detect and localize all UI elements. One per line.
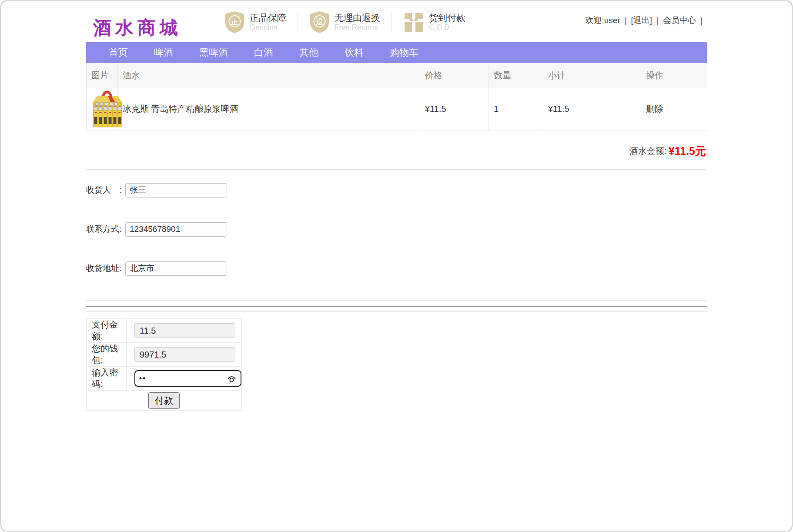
pay-button[interactable]: 付款 — [148, 392, 180, 409]
col-qty: 数量 — [489, 64, 543, 87]
total-label: 酒水金额: — [629, 146, 667, 156]
action-cell: 删除 — [641, 87, 707, 131]
recipient-input[interactable] — [125, 183, 227, 197]
col-subtotal: 小计 — [543, 64, 641, 87]
recipient-label: 收货人 : — [86, 184, 125, 196]
col-price: 价格 — [420, 64, 489, 87]
wallet-row: 您的钱包: — [87, 343, 242, 367]
service-badges: 正 正品保障 Genuine 退 无理由退换 — [224, 10, 465, 35]
shield-genuine-icon: 正 — [224, 11, 245, 33]
delete-link[interactable]: 删除 — [646, 104, 663, 114]
nav-item-cart[interactable]: 购物车 — [390, 42, 418, 63]
pay-button-row: 付款 — [87, 391, 242, 411]
order-summary: 酒水金额: ¥11.5元 — [86, 131, 707, 170]
product-price: ¥11.5 — [420, 87, 489, 131]
recipient-row: 收货人 : — [86, 183, 707, 197]
col-image: 图片 — [87, 64, 118, 87]
badge-genuine-title: 正品保障 — [250, 13, 286, 23]
password-label: 输入密码: — [87, 367, 127, 391]
nav-item-drinks[interactable]: 饮料 — [345, 42, 364, 63]
user-bar: 欢迎:user|[退出]|会员中心| — [585, 15, 707, 26]
phone-row: 联系方式: — [86, 222, 707, 237]
wallet-label: 您的钱包: — [87, 343, 127, 367]
welcome-text: 欢迎:user — [585, 16, 620, 25]
nav-item-dark-beer[interactable]: 黑啤酒 — [199, 42, 228, 63]
badge-divider — [298, 12, 298, 33]
cart-row: 冰克斯 青岛特产精酿原浆啤酒 ¥11.5 1 ¥11.5 删除 — [87, 87, 707, 131]
col-action: 操作 — [641, 64, 707, 87]
site-header: 酒水商城 正 正品保障 Genuine — [86, 0, 707, 42]
shipping-form: 收货人 : 联系方式: 收货地址: — [86, 170, 707, 276]
section-divider — [86, 300, 707, 312]
badge-free-returns: 退 无理由退换 Free Returns — [309, 11, 380, 33]
payment-panel: 支付金额: 您的钱包: 输入密码: 付款 — [86, 318, 242, 411]
product-image-cell — [87, 87, 118, 131]
badge-free-returns-subtitle: Free Returns — [335, 23, 380, 32]
badge-cod: 货到付款 C.O.D — [403, 11, 465, 33]
password-row: 输入密码: — [87, 367, 242, 391]
nav-item-home[interactable]: 首页 — [109, 42, 128, 63]
cart-header-row: 图片 酒水 价格 数量 小计 操作 — [87, 64, 707, 87]
nav-item-white-liquor[interactable]: 白酒 — [254, 42, 273, 63]
svg-text:退: 退 — [316, 18, 323, 26]
divider-line — [86, 306, 707, 307]
shield-returns-icon: 退 — [309, 11, 330, 33]
pay-amount-row: 支付金额: — [87, 319, 242, 343]
badge-cod-title: 货到付款 — [429, 13, 465, 23]
address-label: 收货地址: — [86, 263, 125, 274]
product-subtotal: ¥11.5 — [543, 87, 641, 131]
pay-amount-label: 支付金额: — [87, 319, 127, 343]
badge-free-returns-title: 无理由退换 — [335, 13, 380, 23]
total-amount: ¥11.5元 — [669, 145, 706, 157]
password-field — [134, 370, 241, 387]
phone-input[interactable] — [125, 222, 227, 237]
badge-genuine-subtitle: Genuine — [250, 23, 286, 32]
product-name: 冰克斯 青岛特产精酿原浆啤酒 — [118, 87, 420, 131]
nav-item-beer[interactable]: 啤酒 — [154, 42, 173, 63]
phone-label: 联系方式: — [86, 224, 125, 235]
separator: | — [625, 16, 627, 25]
svg-text:正: 正 — [231, 18, 238, 26]
badge-divider — [391, 12, 392, 33]
member-center-link[interactable]: 会员中心 — [663, 16, 696, 25]
logout-link[interactable]: [退出] — [631, 16, 652, 25]
badge-genuine: 正 正品保障 Genuine — [224, 11, 286, 33]
address-row: 收货地址: — [86, 261, 707, 276]
address-input[interactable] — [125, 261, 227, 276]
badge-cod-subtitle: C.O.D — [429, 23, 465, 32]
giftbox-icon — [403, 11, 424, 33]
nav-bar: 首页 啤酒 黑啤酒 白酒 其他 饮料 购物车 — [86, 42, 707, 63]
product-image — [91, 88, 123, 128]
pay-amount-input[interactable] — [134, 323, 235, 338]
separator: | — [656, 16, 659, 25]
separator: | — [700, 16, 703, 25]
password-reveal-eye-icon[interactable] — [227, 374, 237, 384]
product-qty: 1 — [489, 87, 543, 131]
site-logo: 酒水商城 — [93, 16, 182, 40]
cart-table: 图片 酒水 价格 数量 小计 操作 — [86, 63, 707, 131]
col-product: 酒水 — [118, 64, 420, 87]
password-input[interactable] — [139, 374, 213, 383]
wallet-input[interactable] — [134, 347, 235, 362]
nav-item-other[interactable]: 其他 — [299, 42, 318, 63]
